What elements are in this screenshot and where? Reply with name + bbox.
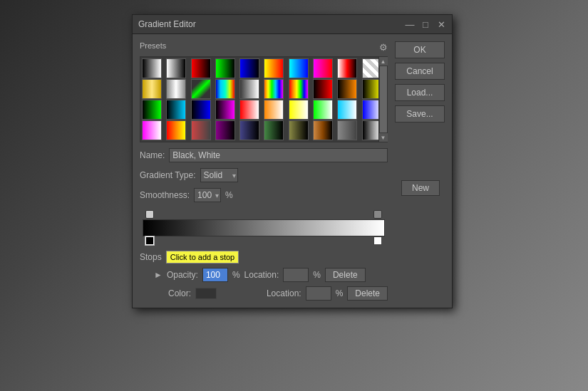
stops-label: Stops — [140, 252, 162, 262]
new-button-container: New — [401, 180, 440, 196]
gear-icon[interactable]: ⚙ — [379, 42, 388, 53]
new-button[interactable]: New — [401, 180, 440, 196]
ok-button[interactable]: OK — [395, 41, 445, 58]
smoothness-pct: % — [225, 190, 233, 200]
color-stop-right[interactable] — [373, 236, 382, 245]
preset-item[interactable] — [166, 100, 186, 120]
opacity-location-pct: % — [313, 270, 321, 280]
preset-item[interactable] — [239, 120, 259, 140]
cancel-button[interactable]: Cancel — [395, 63, 445, 80]
preset-item[interactable] — [215, 79, 235, 99]
presets-scrollbar[interactable]: ▲ ▼ — [378, 57, 387, 142]
scroll-thumb[interactable] — [380, 66, 387, 132]
opacity-stops-row — [140, 209, 388, 219]
color-swatch[interactable] — [195, 288, 217, 299]
preset-item[interactable] — [191, 79, 211, 99]
color-delete-button[interactable]: Delete — [347, 286, 388, 301]
preset-item[interactable] — [166, 120, 186, 140]
preset-item[interactable] — [313, 79, 333, 99]
presets-label: Presets — [140, 41, 166, 50]
color-label: Color: — [168, 288, 191, 298]
maximize-button[interactable]: □ — [421, 19, 430, 29]
preset-item[interactable] — [289, 79, 309, 99]
preset-item[interactable] — [166, 58, 186, 78]
right-panel: OK Cancel Load... Save... — [395, 41, 445, 301]
preset-item[interactable] — [337, 100, 357, 120]
preset-item[interactable] — [191, 100, 211, 120]
gradient-type-select[interactable]: Solid Noise — [200, 168, 238, 182]
name-label: Name: — [140, 150, 165, 160]
preset-item[interactable] — [313, 100, 333, 120]
presets-header: Presets ⚙ — [140, 41, 388, 53]
preset-item[interactable] — [166, 79, 186, 99]
smoothness-label: Smoothness: — [140, 190, 190, 200]
dialog-body: Presets ⚙ ▲ ▼ Name: Gradient T — [133, 34, 452, 308]
preset-item[interactable] — [215, 100, 235, 120]
opacity-location-input[interactable] — [283, 268, 309, 282]
dialog-title: Gradient Editor — [138, 19, 196, 29]
preset-item[interactable] — [191, 120, 211, 140]
opacity-stop-right[interactable] — [373, 210, 382, 219]
preset-item[interactable] — [264, 58, 284, 78]
smoothness-row: Smoothness: % — [140, 188, 388, 202]
preset-item[interactable] — [142, 120, 162, 140]
preset-item[interactable] — [239, 100, 259, 120]
name-input[interactable] — [169, 148, 388, 162]
gradient-bar-area: Stops Click to add a stop ► Opacity: % L… — [140, 209, 388, 301]
color-row: Color: Location: % Delete — [140, 286, 388, 301]
preset-item[interactable] — [215, 58, 235, 78]
preset-item[interactable] — [313, 120, 333, 140]
close-button[interactable]: ✕ — [436, 19, 446, 29]
presets-grid-container: ▲ ▼ — [140, 56, 388, 142]
preset-item[interactable] — [337, 58, 357, 78]
opacity-arrow-icon: ► — [154, 270, 163, 280]
name-row: Name: — [140, 148, 388, 162]
preset-item[interactable] — [215, 120, 235, 140]
opacity-pct: % — [232, 270, 240, 280]
preset-item[interactable] — [289, 100, 309, 120]
left-panel: Presets ⚙ ▲ ▼ Name: Gradient T — [140, 41, 388, 301]
preset-item[interactable] — [191, 58, 211, 78]
stops-row: Stops Click to add a stop — [140, 251, 388, 264]
gradient-type-label: Gradient Type: — [140, 170, 196, 180]
preset-item[interactable] — [142, 58, 162, 78]
smoothness-input[interactable] — [194, 188, 221, 202]
opacity-label: Opacity: — [167, 270, 198, 280]
opacity-stop-left[interactable] — [145, 210, 154, 219]
gradient-editor-dialog: Gradient Editor — □ ✕ Presets ⚙ ▲ ▼ — [132, 14, 453, 308]
opacity-delete-button[interactable]: Delete — [325, 268, 366, 282]
color-location-pct: % — [336, 288, 344, 298]
preset-item[interactable] — [264, 120, 284, 140]
preset-item[interactable] — [337, 79, 357, 99]
preset-item[interactable] — [264, 79, 284, 99]
color-stop-left[interactable] — [145, 236, 154, 245]
scroll-up-arrow[interactable]: ▲ — [379, 57, 388, 66]
preset-item[interactable] — [337, 120, 357, 140]
minimize-button[interactable]: — — [405, 19, 415, 29]
scroll-down-arrow[interactable]: ▼ — [379, 133, 388, 142]
preset-item[interactable] — [239, 79, 259, 99]
dialog-titlebar: Gradient Editor — □ ✕ — [133, 15, 452, 34]
opacity-row: ► Opacity: % Location: % Delete — [140, 268, 388, 282]
opacity-location-label: Location: — [244, 270, 279, 280]
gradient-preview-bar[interactable] — [143, 219, 385, 236]
presets-grid — [140, 57, 387, 142]
color-location-label: Location: — [267, 288, 301, 298]
color-location-input[interactable] — [306, 286, 331, 301]
preset-item[interactable] — [264, 100, 284, 120]
preset-item[interactable] — [289, 120, 309, 140]
preset-item[interactable] — [142, 100, 162, 120]
titlebar-controls: — □ ✕ — [405, 19, 446, 29]
color-stops-row — [140, 236, 388, 249]
gradient-type-select-wrapper: Solid Noise — [200, 168, 238, 182]
preset-item[interactable] — [239, 58, 259, 78]
load-button[interactable]: Load... — [395, 84, 445, 101]
smoothness-select-wrapper — [194, 188, 221, 202]
save-button[interactable]: Save... — [395, 105, 445, 122]
preset-item[interactable] — [289, 58, 309, 78]
preset-item[interactable] — [313, 58, 333, 78]
opacity-input[interactable] — [202, 268, 228, 282]
preset-item[interactable] — [142, 79, 162, 99]
gradient-type-row: Gradient Type: Solid Noise — [140, 168, 388, 182]
add-stop-tooltip: Click to add a stop — [166, 251, 239, 264]
